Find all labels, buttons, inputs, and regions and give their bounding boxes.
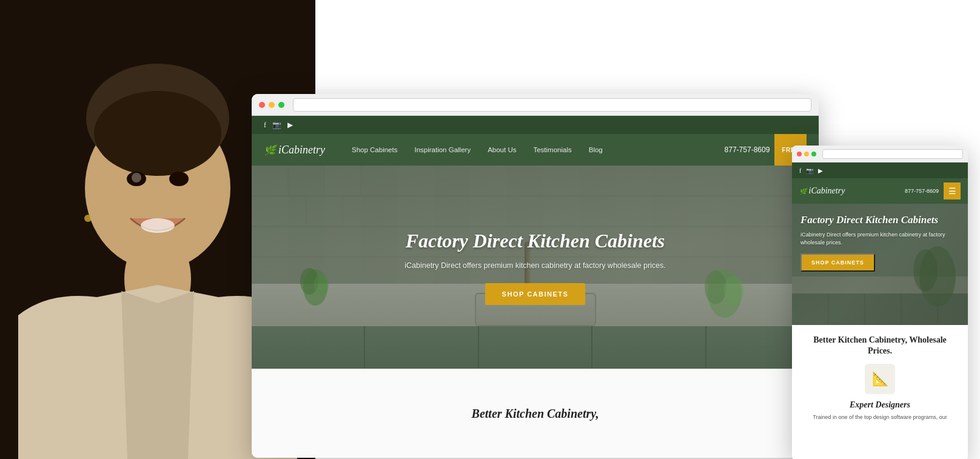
mobile-content-section: Better Kitchen Cabinetry, Wholesale Pric…: [792, 325, 968, 431]
mobile-browser-window: f 📷 ▶ 🌿 iCabinetry 877-757-8609 ☰: [792, 146, 968, 459]
mobile-feature-title: Expert Designers: [800, 400, 959, 410]
youtube-icon[interactable]: ▶: [287, 121, 293, 130]
site-navbar: 🌿 iCabinetry Shop Cabinets Inspiration G…: [252, 134, 819, 166]
mobile-youtube-icon[interactable]: ▶: [818, 167, 823, 174]
browser-address-bar[interactable]: [293, 98, 811, 112]
browser-close-dot[interactable]: [259, 102, 265, 108]
nav-testimonials[interactable]: Testimonials: [525, 146, 580, 153]
svg-point-7: [169, 172, 189, 186]
bottom-heading: Better Kitchen Cabinetry,: [472, 407, 599, 421]
main-browser-window: f 📷 ▶ 🌿 iCabinetry Shop Cabinets Inspira…: [252, 94, 819, 458]
mobile-logo-text: iCabinetry: [809, 186, 845, 195]
nav-blog[interactable]: Blog: [580, 146, 611, 153]
svg-point-8: [132, 173, 141, 183]
mobile-navbar: 🌿 iCabinetry 877-757-8609 ☰: [792, 178, 968, 204]
logo-text: iCabinetry: [278, 144, 325, 156]
instagram-icon[interactable]: 📷: [272, 121, 281, 130]
nav-shop-cabinets[interactable]: Shop Cabinets: [343, 146, 406, 153]
site-topbar: f 📷 ▶: [252, 116, 819, 134]
mobile-instagram-icon[interactable]: 📷: [806, 167, 813, 174]
mobile-address-bar[interactable]: [822, 149, 963, 159]
nav-phone[interactable]: 877-757-8609: [725, 146, 770, 154]
mobile-hamburger-button[interactable]: ☰: [944, 183, 961, 199]
shop-cabinets-button[interactable]: SHOP CABINETS: [485, 283, 586, 305]
mobile-browser-chrome: [792, 146, 968, 162]
nav-inspiration-gallery[interactable]: Inspiration Gallery: [406, 146, 479, 153]
mobile-logo: 🌿 iCabinetry: [799, 186, 845, 196]
svg-point-5: [94, 91, 221, 176]
mobile-feature-desc: Trained in one of the top design softwar…: [800, 414, 959, 421]
mobile-phone[interactable]: 877-757-8609: [905, 188, 939, 194]
mobile-designer-icon-box: 📐: [865, 364, 895, 394]
mobile-hero-section: Factory Direct Kitchen Cabinets iCabinet…: [792, 204, 968, 325]
site-logo[interactable]: 🌿 iCabinetry: [264, 144, 325, 156]
facebook-icon[interactable]: f: [264, 121, 266, 130]
mobile-nav-right: 877-757-8609 ☰: [905, 183, 961, 199]
mobile-designer-icon: 📐: [872, 371, 888, 387]
hero-title: Factory Direct Kitchen Cabinets: [406, 229, 665, 252]
logo-leaf-icon: 🌿: [264, 144, 276, 156]
nav-about-us[interactable]: About Us: [479, 146, 525, 153]
mobile-close-dot[interactable]: [797, 152, 802, 156]
mobile-site-topbar: f 📷 ▶: [792, 162, 968, 178]
svg-point-10: [84, 215, 92, 222]
site-bottom-strip: Better Kitchen Cabinetry,: [252, 369, 819, 458]
browser-maximize-dot[interactable]: [278, 102, 284, 108]
mobile-icon-area: 📐: [800, 364, 959, 394]
browser-chrome: [252, 94, 819, 116]
nav-links: Shop Cabinets Inspiration Gallery About …: [343, 146, 725, 153]
mobile-hero-title: Factory Direct Kitchen Cabinets: [800, 213, 938, 226]
mobile-maximize-dot[interactable]: [811, 152, 816, 156]
hero-text-area: Factory Direct Kitchen Cabinets iCabinet…: [252, 166, 819, 369]
mobile-facebook-icon[interactable]: f: [799, 167, 801, 174]
svg-point-9: [141, 218, 175, 233]
mobile-hero-content: Factory Direct Kitchen Cabinets iCabinet…: [792, 204, 968, 325]
mobile-shop-cabinets-button[interactable]: SHOP CABINETS: [800, 253, 875, 272]
mobile-minimize-dot[interactable]: [804, 152, 809, 156]
mobile-logo-leaf: 🌿: [799, 188, 807, 195]
hero-subtitle: iCabinetry Direct offers premium kitchen…: [404, 261, 666, 270]
hero-section: Factory Direct Kitchen Cabinets iCabinet…: [252, 166, 819, 369]
mobile-section-title: Better Kitchen Cabinetry, Wholesale Pric…: [800, 335, 959, 357]
mobile-hero-subtitle: iCabinetry Direct offers premium kitchen…: [800, 231, 959, 246]
browser-minimize-dot[interactable]: [269, 102, 275, 108]
